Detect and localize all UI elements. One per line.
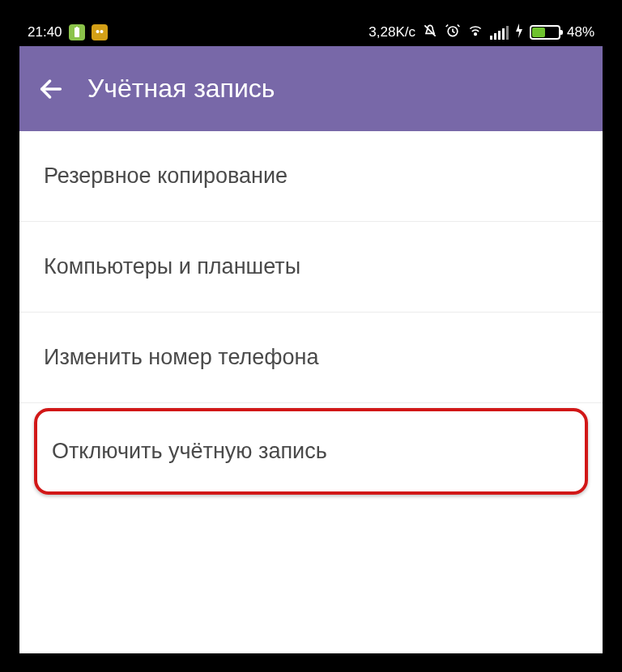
list-item-label: Изменить номер телефона (44, 345, 318, 369)
data-rate: 3,28K/c (369, 24, 415, 40)
owl-app-icon (92, 24, 108, 40)
signal-icon (490, 26, 509, 40)
battery-pct: 48% (567, 24, 594, 40)
list-item-change-number[interactable]: Изменить номер телефона (19, 313, 603, 403)
list-item-label: Отключить учётную запись (52, 439, 327, 463)
status-left: 21:40 (28, 24, 108, 40)
battery-icon (530, 25, 560, 40)
svg-point-6 (475, 32, 477, 35)
list-item-devices[interactable]: Компьютеры и планшеты (19, 222, 603, 313)
list-item-deactivate-account[interactable]: Отключить учётную запись (34, 408, 588, 495)
list-item-backup[interactable]: Резервное копирование (19, 131, 603, 222)
phone-screen: 21:40 3,28K/c 48% (19, 19, 603, 653)
clock: 21:40 (28, 24, 62, 40)
alarm-icon (445, 23, 461, 43)
page-title: Учётная запись (87, 74, 275, 104)
arrow-left-icon (37, 75, 65, 103)
list-item-label: Резервное копирование (44, 164, 288, 188)
back-button[interactable] (37, 75, 65, 103)
app-bar: Учётная запись (19, 46, 603, 131)
status-bar: 21:40 3,28K/c 48% (19, 19, 603, 46)
status-right: 3,28K/c 48% (369, 23, 594, 43)
svg-rect-1 (76, 27, 78, 28)
svg-point-2 (96, 30, 99, 33)
silent-icon (422, 23, 438, 43)
svg-rect-0 (75, 28, 79, 37)
svg-point-3 (100, 30, 103, 33)
list-item-label: Компьютеры и планшеты (44, 254, 300, 279)
battery-app-icon (69, 24, 85, 40)
charging-icon (515, 23, 523, 42)
wifi-icon (467, 23, 484, 43)
settings-list: Резервное копирование Компьютеры и планш… (19, 131, 603, 495)
